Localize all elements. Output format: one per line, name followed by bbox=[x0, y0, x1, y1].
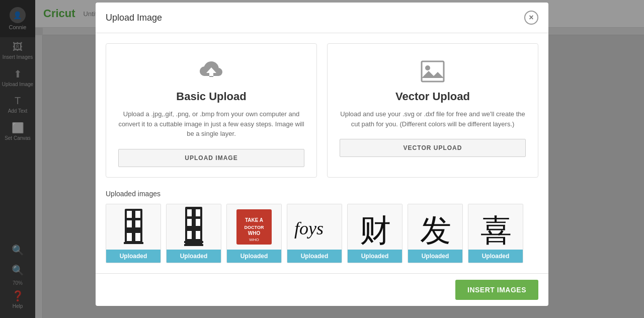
uploaded-label: Uploaded bbox=[468, 250, 523, 263]
uploaded-label: Uploaded bbox=[227, 250, 281, 263]
svg-rect-4 bbox=[135, 211, 140, 218]
svg-rect-3 bbox=[127, 211, 132, 218]
svg-rect-16 bbox=[185, 228, 202, 230]
svg-rect-7 bbox=[125, 230, 142, 232]
list-item[interactable]: 财 Uploaded bbox=[347, 204, 403, 263]
image-frame-icon bbox=[418, 59, 448, 84]
insert-images-button[interactable]: INSERT IMAGES bbox=[455, 280, 538, 300]
modal-title: Upload Image bbox=[106, 13, 162, 23]
uploaded-label: Uploaded bbox=[167, 250, 221, 263]
svg-rect-10 bbox=[124, 242, 143, 244]
upload-image-modal: Upload Image × Basic Upload Upload a .jp… bbox=[96, 3, 548, 306]
svg-rect-20 bbox=[184, 244, 203, 246]
svg-rect-0 bbox=[422, 61, 444, 82]
modal-body: Basic Upload Upload a .jpg,.gif, .png, o… bbox=[96, 33, 548, 273]
thumbnail-image: TAKE A DOCTOR WHO WHO bbox=[226, 204, 282, 250]
list-item[interactable]: Uploaded bbox=[106, 204, 161, 263]
thumbnail-image bbox=[166, 204, 221, 250]
thumbnail-image bbox=[106, 204, 161, 250]
basic-upload-card: Basic Upload Upload a .jpg,.gif, .png, o… bbox=[106, 43, 317, 178]
vector-upload-title: Vector Upload bbox=[395, 90, 470, 103]
svg-rect-6 bbox=[135, 220, 140, 227]
svg-text:WHO: WHO bbox=[248, 230, 261, 236]
svg-point-1 bbox=[425, 65, 430, 70]
svg-rect-12 bbox=[187, 209, 192, 216]
basic-upload-desc: Upload a .jpg,.gif, .png, or .bmp from y… bbox=[118, 109, 304, 139]
list-item[interactable]: 发 Uploaded bbox=[408, 204, 463, 263]
svg-rect-19 bbox=[184, 241, 203, 243]
uploaded-images-grid: Uploaded bbox=[106, 204, 538, 263]
vector-upload-desc: Upload and use your .svg or .dxf file fo… bbox=[340, 109, 526, 129]
modal-close-button[interactable]: × bbox=[524, 11, 538, 25]
svg-rect-13 bbox=[196, 209, 200, 216]
svg-rect-14 bbox=[187, 219, 192, 226]
uploaded-label: Uploaded bbox=[106, 250, 160, 263]
modal-footer: INSERT IMAGES bbox=[96, 273, 548, 306]
svg-rect-15 bbox=[196, 219, 200, 226]
thumbnail-image: 发 bbox=[408, 204, 463, 250]
svg-rect-8 bbox=[127, 233, 132, 241]
upload-options: Basic Upload Upload a .jpg,.gif, .png, o… bbox=[106, 43, 538, 178]
svg-text:DOCTOR: DOCTOR bbox=[245, 225, 264, 230]
svg-rect-18 bbox=[196, 231, 200, 239]
svg-text:TAKE A: TAKE A bbox=[245, 217, 263, 223]
list-item[interactable]: TAKE A DOCTOR WHO WHO Uploaded bbox=[226, 204, 282, 263]
svg-rect-9 bbox=[135, 233, 140, 241]
vector-upload-card: Vector Upload Upload and use your .svg o… bbox=[327, 43, 538, 178]
upload-image-button[interactable]: UPLOAD IMAGE bbox=[118, 149, 304, 167]
uploaded-label: Uploaded bbox=[408, 250, 462, 263]
svg-text:WHO: WHO bbox=[249, 237, 259, 242]
svg-text:foys: foys bbox=[294, 218, 324, 238]
svg-text:喜: 喜 bbox=[480, 213, 512, 247]
svg-text:发: 发 bbox=[420, 213, 451, 247]
list-item[interactable]: foys Uploaded bbox=[287, 204, 342, 263]
list-item[interactable]: 喜 Uploaded bbox=[468, 204, 523, 263]
uploaded-section: Uploaded images bbox=[106, 190, 538, 263]
uploaded-section-title: Uploaded images bbox=[106, 190, 538, 198]
uploaded-label: Uploaded bbox=[287, 250, 342, 263]
list-item[interactable]: Uploaded bbox=[166, 204, 221, 263]
thumbnail-image: foys bbox=[287, 204, 342, 250]
modal-overlay: Upload Image × Basic Upload Upload a .jp… bbox=[0, 0, 644, 318]
uploaded-label: Uploaded bbox=[348, 250, 402, 263]
vector-upload-button[interactable]: VECTOR UPLOAD bbox=[340, 139, 526, 157]
thumbnail-image: 财 bbox=[347, 204, 403, 250]
modal-header: Upload Image × bbox=[96, 3, 548, 33]
svg-rect-17 bbox=[187, 231, 192, 239]
svg-text:财: 财 bbox=[360, 213, 391, 247]
basic-upload-title: Basic Upload bbox=[176, 90, 246, 103]
svg-rect-5 bbox=[127, 220, 132, 227]
thumbnail-image: 喜 bbox=[468, 204, 523, 250]
cloud-upload-icon bbox=[196, 59, 226, 84]
